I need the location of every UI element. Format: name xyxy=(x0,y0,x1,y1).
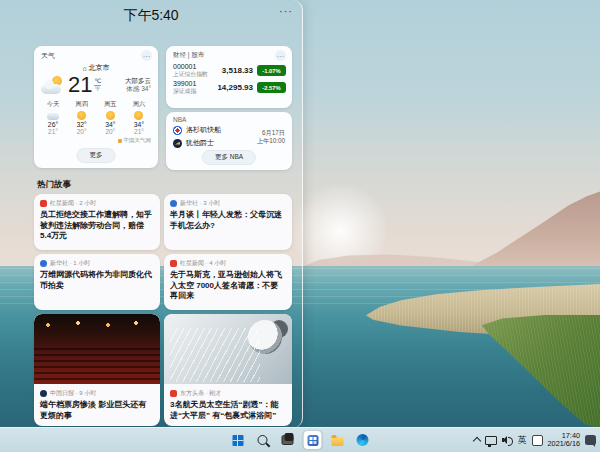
news-headline[interactable]: 3名航天员太空生活“剧透”：能进“大平层” 有“包裹式淋浴间” xyxy=(170,400,286,421)
forecast-low: 20° xyxy=(70,128,94,135)
xinhua-icon xyxy=(170,200,177,207)
stock-value: 14,295.93 xyxy=(217,83,253,92)
edge-button[interactable] xyxy=(354,431,372,449)
edge-icon xyxy=(357,434,369,446)
weather-condition: 大部多云 xyxy=(125,77,151,86)
stock-name: 深证成指 xyxy=(173,88,196,95)
sunny-icon xyxy=(77,111,86,120)
forecast-low: 20° xyxy=(98,128,122,135)
partly-cloudy-icon xyxy=(41,76,65,94)
nba-widget[interactable]: NBA 洛杉矶快船 犹他爵士 6月17日 上午10:00 更 xyxy=(166,112,292,170)
search-icon xyxy=(258,435,268,445)
stock-code: 399001 xyxy=(173,80,196,88)
hidden-icons-chevron[interactable] xyxy=(472,437,480,445)
news-meta: 红星新闻 · 4 小时 xyxy=(180,259,226,268)
news-meta: 新华社 · 3 小时 xyxy=(180,199,220,208)
forecast-day[interactable]: 周五 34° 20° xyxy=(98,100,122,135)
forecast-high: 32° xyxy=(70,121,94,128)
nba-team-name: 洛杉矶快船 xyxy=(186,125,221,135)
cloudy-icon xyxy=(47,113,59,120)
panel-more-button[interactable]: ··· xyxy=(279,4,293,18)
stock-code: 000001 xyxy=(173,63,208,71)
news-meta: 东方头条 · 刚才 xyxy=(180,389,221,398)
start-button[interactable] xyxy=(229,431,247,449)
home-icon: ⌂ xyxy=(82,65,86,72)
weather-attribution: 中国天气网 xyxy=(34,135,158,144)
news-card[interactable]: 新华社 · 1 小时 万维网源代码将作为非同质化代币拍卖 xyxy=(34,254,160,310)
widgets-button[interactable] xyxy=(304,431,322,449)
search-button[interactable] xyxy=(254,431,272,449)
task-view-button[interactable] xyxy=(279,431,297,449)
news-card[interactable]: 新华社 · 3 小时 半月谈丨年轻人发愁：父母沉迷手机怎么办? xyxy=(164,194,292,250)
tray-date: 2021/6/16 xyxy=(548,440,580,449)
notification-icon[interactable] xyxy=(585,435,596,445)
sunny-icon xyxy=(106,111,115,120)
forecast-day-label: 周六 xyxy=(127,100,151,109)
stock-change-badge: -1.07% xyxy=(257,65,286,76)
desktop: 下午5:40 ··· 天气 … ⌂ 北京市 21 ℃ ℉ xyxy=(0,0,600,452)
weather-location: ⌂ 北京市 xyxy=(34,63,158,73)
network-icon[interactable] xyxy=(485,436,497,445)
windows-logo-icon xyxy=(232,435,243,446)
forecast-day[interactable]: 周四 32° 20° xyxy=(70,100,94,135)
news-photo-cinema xyxy=(34,314,160,384)
forecast-low: 21° xyxy=(41,128,65,135)
weather-more-button[interactable]: 更多 xyxy=(77,148,116,163)
celsius-unit[interactable]: ℃ xyxy=(94,78,101,86)
stock-row[interactable]: 000001 上证综合指数 3,518.33 -1.07% xyxy=(166,62,292,79)
stock-row[interactable]: 399001 深证成指 14,295.93 -2.57% xyxy=(166,79,292,96)
forecast-high: 26° xyxy=(41,121,65,128)
nba-team-row: 洛杉矶快船 xyxy=(173,125,221,135)
sunny-icon xyxy=(134,111,143,120)
nba-more-button[interactable]: 更多 NBA xyxy=(202,150,256,165)
finance-title: 财经 | 股市 xyxy=(173,51,204,60)
nba-title: NBA xyxy=(166,112,292,123)
news-meta: 中国日报 · 9 小时 xyxy=(50,389,96,398)
feels-like: 体感 34° xyxy=(125,85,151,94)
stock-name: 上证综合指数 xyxy=(173,71,208,78)
news-headline[interactable]: 端午档票房惨淡 影业巨头还有更烦的事 xyxy=(40,400,154,421)
forecast-day[interactable]: 今天 26° 21° xyxy=(41,100,65,135)
tray-clock[interactable]: 17:40 2021/6/16 xyxy=(548,432,580,449)
news-card[interactable]: 中国日报 · 9 小时 端午档票房惨淡 影业巨头还有更烦的事 xyxy=(34,314,160,426)
nba-team-row: 犹他爵士 xyxy=(173,138,221,148)
weather-widget[interactable]: 天气 … ⌂ 北京市 21 ℃ ℉ 大部多云 体感 34° xyxy=(34,46,158,168)
jazz-logo-icon xyxy=(173,139,182,148)
news-headline[interactable]: 员工拒绝交接工作遭解聘，知乎被判违法解除劳动合同，赔偿5.4万元 xyxy=(40,210,154,242)
volume-icon[interactable] xyxy=(502,436,513,445)
forecast-day-label: 周四 xyxy=(70,100,94,109)
forecast-day-label: 今天 xyxy=(41,100,65,109)
weather-title: 天气 xyxy=(41,51,55,61)
finance-widget[interactable]: 财经 | 股市 … 000001 上证综合指数 3,518.33 -1.07% … xyxy=(166,46,292,108)
forecast-row: 今天 26° 21° 周四 32° 20° 周五 34° 20° xyxy=(34,96,158,135)
forecast-low: 21° xyxy=(127,128,151,135)
weather-menu-button[interactable]: … xyxy=(141,50,152,61)
finance-menu-button[interactable]: … xyxy=(275,50,286,61)
news-photo-shower xyxy=(164,314,292,384)
fahrenheit-unit[interactable]: ℉ xyxy=(94,86,101,93)
news-meta: 红星新闻 · 2 小时 xyxy=(50,199,96,208)
ime-mode-icon[interactable] xyxy=(532,435,543,446)
xinhua-icon xyxy=(40,260,47,267)
news-card[interactable]: 东方头条 · 刚才 3名航天员太空生活“剧透”：能进“大平层” 有“包裹式淋浴间… xyxy=(164,314,292,426)
ime-language-indicator[interactable]: 英 xyxy=(518,434,527,447)
redstar-news-icon xyxy=(170,260,177,267)
file-explorer-button[interactable] xyxy=(329,431,347,449)
stock-value: 3,518.33 xyxy=(222,66,253,75)
widgets-icon xyxy=(307,435,318,446)
dongfang-toutiao-icon xyxy=(170,390,177,397)
nba-team-name: 犹他爵士 xyxy=(186,138,214,148)
weather-attribution-label: 中国天气网 xyxy=(124,137,152,144)
forecast-day[interactable]: 周六 34° 21° xyxy=(127,100,151,135)
nba-game-time: 上午10:00 xyxy=(257,137,285,145)
news-card[interactable]: 红星新闻 · 2 小时 员工拒绝交接工作遭解聘，知乎被判违法解除劳动合同，赔偿5… xyxy=(34,194,160,250)
chinadaily-icon xyxy=(40,390,47,397)
clippers-logo-icon xyxy=(173,126,182,135)
forecast-day-label: 周五 xyxy=(98,100,122,109)
news-meta: 新华社 · 1 小时 xyxy=(50,259,90,268)
news-headline[interactable]: 先于马斯克，亚马逊创始人将飞入太空 7000人签名请愿：不要再回来 xyxy=(170,270,286,302)
news-headline[interactable]: 半月谈丨年轻人发愁：父母沉迷手机怎么办? xyxy=(170,210,286,231)
news-headline[interactable]: 万维网源代码将作为非同质化代币拍卖 xyxy=(40,270,154,291)
forecast-high: 34° xyxy=(127,121,151,128)
news-card[interactable]: 红星新闻 · 4 小时 先于马斯克，亚马逊创始人将飞入太空 7000人签名请愿：… xyxy=(164,254,292,310)
